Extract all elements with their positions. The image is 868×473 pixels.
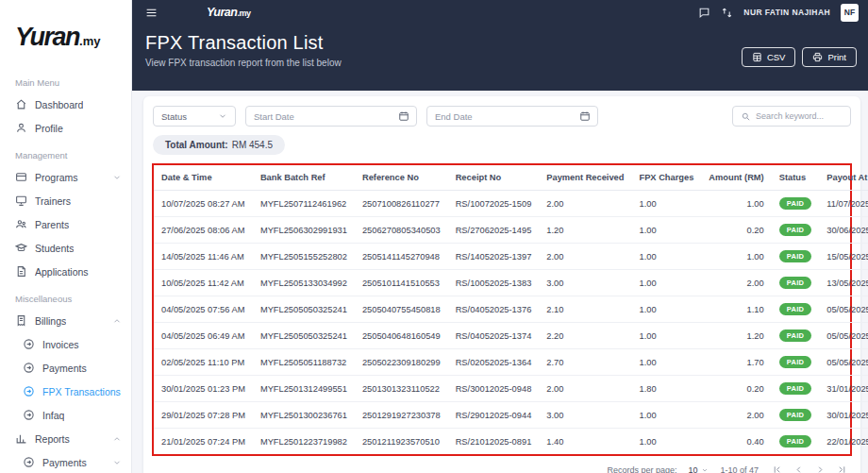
cell-receipt-no: RS/29012025-0944 xyxy=(448,402,540,429)
search-input[interactable] xyxy=(756,111,843,121)
csv-button[interactable]: CSV xyxy=(742,47,796,67)
cell-date-time: 10/07/2025 08:27 AM xyxy=(154,191,253,217)
cell-payout-at: 31/01/2025 09:57 AM xyxy=(819,376,868,402)
cell-status: PAID xyxy=(772,191,820,217)
message-icon[interactable] xyxy=(698,7,710,19)
cell-payment-received: 2.00 xyxy=(539,244,631,270)
filter-bar: Status xyxy=(151,104,853,135)
column-header-status: Status xyxy=(772,165,820,191)
sidebar-item-students[interactable]: Students xyxy=(0,236,131,260)
cell-amount-rm: 1.10 xyxy=(701,296,771,323)
sidebar-item-parents[interactable]: Parents xyxy=(0,212,131,236)
people-icon xyxy=(15,218,27,230)
table-row[interactable]: 02/05/2025 11:10 PMMYFL25050511887322505… xyxy=(154,349,868,376)
sidebar-item-fpx-transactions[interactable]: FPX Transactions xyxy=(0,380,131,403)
calendar-icon[interactable] xyxy=(398,110,409,122)
sidebar-section-management: Management xyxy=(0,140,131,165)
brand-suffix-text: .my xyxy=(237,8,250,18)
status-filter-select[interactable]: Status xyxy=(153,106,236,127)
sidebar-item-billings[interactable]: Billings xyxy=(0,309,131,332)
sidebar-item-programs[interactable]: Programs xyxy=(0,165,131,189)
cell-amount-rm: 1.00 xyxy=(701,191,771,217)
home-icon xyxy=(15,98,27,110)
cell-status: PAID xyxy=(772,270,820,296)
avatar[interactable]: NF xyxy=(841,4,859,22)
next-page-button[interactable] xyxy=(815,465,826,473)
end-date-input[interactable] xyxy=(435,111,579,122)
topbar-brand: Yuran.my xyxy=(207,6,250,19)
status-badge: PAID xyxy=(779,435,812,448)
table-row[interactable]: 29/01/2025 07:28 PMMYFL25013002367612501… xyxy=(154,402,868,429)
cell-reference-no: 2506270805340503 xyxy=(355,217,448,244)
prev-page-button[interactable] xyxy=(793,465,804,473)
last-page-button[interactable] xyxy=(837,465,847,473)
transactions-icon[interactable] xyxy=(721,7,733,19)
end-date-field[interactable] xyxy=(426,106,598,127)
chevron-down-icon xyxy=(112,458,122,467)
page-title: FPX Transaction List xyxy=(145,32,342,54)
cell-bank-batch-ref: MYFL2505133034992 xyxy=(253,270,355,296)
table-row[interactable]: 30/01/2025 01:23 PMMYFL25013124995512501… xyxy=(154,376,868,402)
table-row[interactable]: 10/05/2025 11:42 AMMYFL25051330349922505… xyxy=(154,270,868,296)
search-field[interactable] xyxy=(732,106,851,127)
sidebar-item-label: Dashboard xyxy=(35,99,83,110)
sidebar-item-infaq[interactable]: Infaq xyxy=(0,403,131,427)
start-date-input[interactable] xyxy=(254,111,398,122)
per-page-select[interactable]: 10 xyxy=(688,465,709,473)
cell-payment-received: 3.00 xyxy=(539,402,631,429)
pagination-buttons xyxy=(772,465,847,473)
circle-arrow-icon xyxy=(23,362,35,374)
status-badge: PAID xyxy=(779,356,812,368)
print-button[interactable]: Print xyxy=(802,47,857,67)
sidebar-item-trainers[interactable]: Trainers xyxy=(0,189,131,212)
doc-icon xyxy=(15,265,27,278)
sidebar-item-invoices[interactable]: Invoices xyxy=(0,332,131,356)
hamburger-menu-icon[interactable] xyxy=(145,7,158,19)
column-header-payment-received: Payment Received xyxy=(539,165,631,191)
cell-amount-rm: 2.00 xyxy=(701,402,771,429)
cell-reference-no: 2507100826110277 xyxy=(355,191,448,217)
cell-status: PAID xyxy=(772,402,820,429)
sidebar-item-payments[interactable]: Payments xyxy=(0,356,131,380)
cell-date-time: 14/05/2025 11:46 AM xyxy=(154,244,253,270)
cell-amount-rm: 2.00 xyxy=(701,270,771,296)
table-row[interactable]: 10/07/2025 08:27 AMMYFL25071124619622507… xyxy=(154,191,868,217)
status-badge: PAID xyxy=(779,250,812,262)
table-row[interactable]: 27/06/2025 08:06 AMMYFL25063029919312506… xyxy=(154,217,868,244)
sidebar-item-label: Billings xyxy=(35,315,66,327)
start-date-field[interactable] xyxy=(245,106,417,127)
cell-reference-no: 2501301323110522 xyxy=(355,376,448,402)
brand-text: Yuran xyxy=(207,6,237,19)
table-row[interactable]: 04/05/2025 07:56 AMMYFL25050503252412505… xyxy=(154,296,868,323)
cell-amount-rm: 1.00 xyxy=(701,244,771,270)
sidebar-item-label: FPX Transactions xyxy=(42,386,121,397)
chevron-down-icon xyxy=(112,173,122,182)
cell-amount-rm: 0.20 xyxy=(701,376,771,402)
table-row[interactable]: 04/05/2025 06:49 AMMYFL25050503252412505… xyxy=(154,323,868,349)
cell-payout-at: 22/01/2025 10:12 AM xyxy=(819,429,868,455)
sidebar-item-label: Invoices xyxy=(42,339,79,350)
sidebar-item-profile[interactable]: Profile xyxy=(0,116,131,140)
cell-payout-at: 15/05/2025 07:45 AM xyxy=(819,244,868,270)
cell-bank-batch-ref: MYFL2507112461962 xyxy=(253,191,355,217)
topbar: Yuran.my NUR FATIN NAJIHAH NF xyxy=(132,0,868,25)
sidebar-item-label: Parents xyxy=(35,219,69,230)
sidebar-item-reports[interactable]: Reports xyxy=(0,427,131,450)
app-logo[interactable]: Yuran.my xyxy=(0,0,131,67)
cell-payment-received: 1.40 xyxy=(539,429,631,455)
status-badge: PAID xyxy=(779,277,812,289)
cell-date-time: 29/01/2025 07:28 PM xyxy=(154,402,253,429)
first-page-button[interactable] xyxy=(772,465,782,473)
table-row[interactable]: 14/05/2025 11:46 AMMYFL25051552528022505… xyxy=(154,244,868,270)
cell-payout-at: 05/05/2025 04:01 PM xyxy=(819,349,868,376)
circle-arrow-icon xyxy=(23,338,35,350)
sidebar-item-payments[interactable]: Payments xyxy=(0,450,131,473)
sidebar-item-dashboard[interactable]: Dashboard xyxy=(0,93,131,116)
page-subtitle: View FPX transaction report from the lis… xyxy=(145,58,342,68)
cell-payment-received: 2.70 xyxy=(539,349,631,376)
cell-date-time: 27/06/2025 08:06 AM xyxy=(154,217,253,244)
table-row[interactable]: 21/01/2025 07:24 PMMYFL25012237199822501… xyxy=(154,429,868,455)
calendar-icon[interactable] xyxy=(579,110,591,122)
cell-bank-batch-ref: MYFL2505051188732 xyxy=(253,349,355,376)
sidebar-item-applications[interactable]: Applications xyxy=(0,260,131,283)
